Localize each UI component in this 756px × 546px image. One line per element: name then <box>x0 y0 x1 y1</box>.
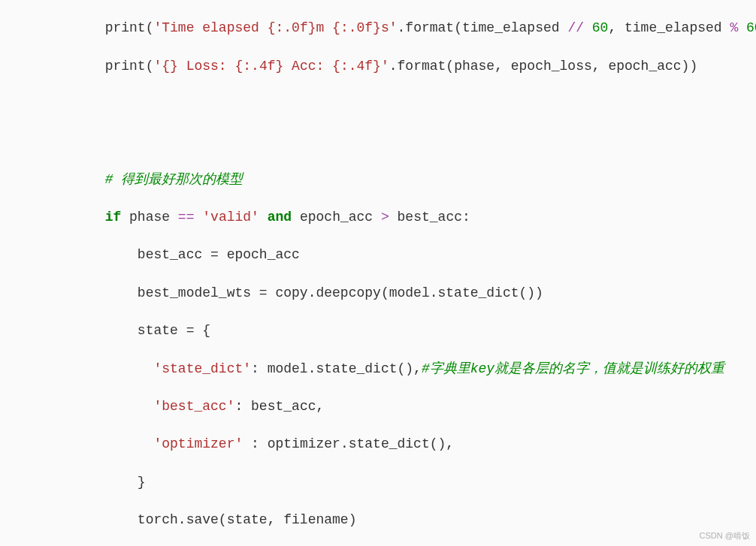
code-line: print('Time elapsed {:.0f}m {:.0f}s'.for… <box>8 19 756 38</box>
code-line: best_model_wts = copy.deepcopy(model.sta… <box>8 284 756 303</box>
code-line: state = { <box>8 321 756 340</box>
code-line: 'optimizer' : optimizer.state_dict(), <box>8 435 756 454</box>
code-line: # 得到最好那次的模型 <box>8 170 756 189</box>
code-block: print('Time elapsed {:.0f}m {:.0f}s'.for… <box>0 0 756 546</box>
code-line: 'best_acc': best_acc, <box>8 397 756 416</box>
code-line: if phase == 'valid' and epoch_acc > best… <box>8 208 756 227</box>
code-line: print('{} Loss: {:.4f} Acc: {:.4f}'.form… <box>8 57 756 76</box>
code-line: 'state_dict': model.state_dict(),#字典里key… <box>8 360 756 379</box>
code-line: torch.save(state, filename) <box>8 511 756 529</box>
code-line: best_acc = epoch_acc <box>8 246 756 264</box>
code-line: } <box>8 473 756 492</box>
code-line <box>8 95 756 113</box>
code-line <box>8 132 756 151</box>
watermark-label: CSDN @啃饭 <box>700 530 750 541</box>
